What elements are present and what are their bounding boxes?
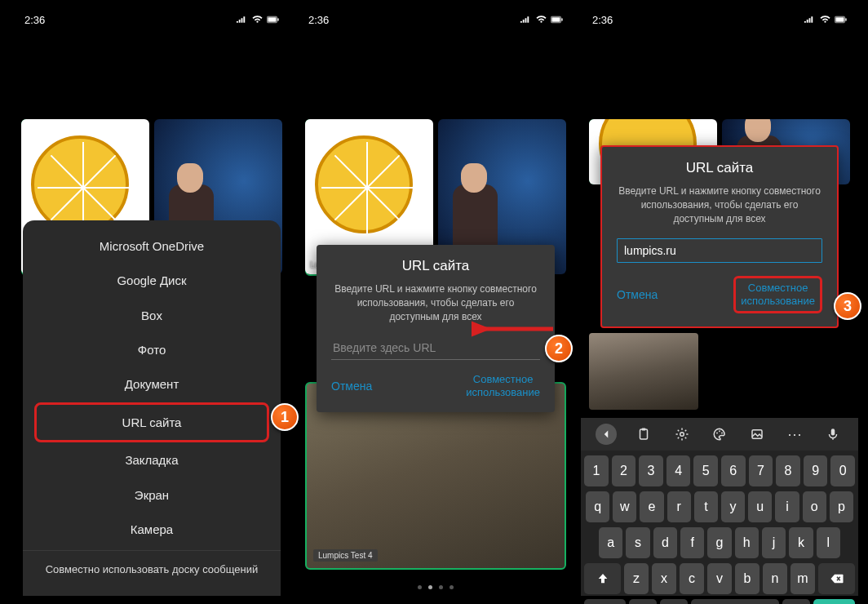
- key-r[interactable]: r: [667, 491, 691, 522]
- svg-rect-1: [268, 17, 276, 21]
- key-i[interactable]: i: [775, 491, 799, 522]
- share-menu-site-url[interactable]: URL сайта: [34, 402, 269, 442]
- key-c[interactable]: c: [680, 563, 704, 594]
- key-7[interactable]: 7: [749, 455, 773, 486]
- space-key[interactable]: QWERTY: [691, 599, 780, 604]
- status-bar: 2:36: [297, 8, 574, 31]
- share-menu-box[interactable]: Box: [23, 298, 281, 332]
- room-thumbnail[interactable]: [589, 333, 698, 410]
- share-menu-photo[interactable]: Фото: [23, 332, 281, 366]
- clipboard-icon[interactable]: [633, 424, 654, 445]
- wifi-icon: [251, 15, 264, 24]
- status-bar: 2:36: [13, 8, 290, 31]
- battery-icon: [267, 15, 279, 24]
- key-9[interactable]: 9: [804, 455, 828, 486]
- phone-2: 2:36 Lumpi: [297, 8, 574, 596]
- period-key[interactable]: .: [782, 599, 810, 604]
- keyboard-row-5: ?123 , QWERTY .: [584, 599, 855, 604]
- svg-rect-9: [845, 18, 846, 20]
- key-8[interactable]: 8: [776, 455, 800, 486]
- settings-icon[interactable]: [671, 424, 693, 445]
- shift-key[interactable]: [584, 563, 621, 594]
- page-indicator: [418, 585, 454, 589]
- key-0[interactable]: 0: [830, 455, 855, 486]
- svg-rect-16: [752, 430, 762, 439]
- share-menu-google-drive[interactable]: Google Диск: [23, 263, 281, 297]
- mic-icon[interactable]: [822, 424, 844, 445]
- key-g[interactable]: g: [707, 527, 731, 558]
- share-button[interactable]: Совместноеиспользование: [733, 276, 822, 313]
- enter-key[interactable]: [813, 599, 855, 604]
- status-icons: [520, 15, 563, 24]
- status-icons: [804, 15, 847, 24]
- key-k[interactable]: k: [789, 527, 813, 558]
- key-y[interactable]: y: [721, 491, 745, 522]
- share-menu-footer: Совместно использовать доску сообщений: [23, 550, 281, 588]
- cellular-icon: [520, 15, 532, 24]
- key-o[interactable]: o: [803, 491, 826, 522]
- key-t[interactable]: t: [694, 491, 718, 522]
- share-menu-bookmark[interactable]: Закладка: [23, 443, 281, 477]
- key-4[interactable]: 4: [666, 455, 691, 486]
- backspace-key[interactable]: [818, 563, 855, 594]
- chevron-left-icon[interactable]: [596, 424, 617, 445]
- svg-point-13: [716, 433, 718, 434]
- svg-rect-10: [640, 429, 648, 439]
- key-m[interactable]: m: [790, 563, 815, 594]
- url-input[interactable]: [331, 336, 540, 360]
- wifi-icon: [819, 15, 831, 24]
- palette-icon[interactable]: [709, 424, 730, 445]
- svg-rect-2: [277, 18, 278, 20]
- key-u[interactable]: u: [748, 491, 772, 522]
- key-j[interactable]: j: [762, 527, 786, 558]
- key-2[interactable]: 2: [612, 455, 636, 486]
- dialog-title: URL сайта: [331, 258, 540, 274]
- key-n[interactable]: n: [763, 563, 787, 594]
- symnum-key[interactable]: ?123: [584, 599, 626, 604]
- key-d[interactable]: d: [653, 527, 677, 558]
- share-button[interactable]: Совместноеиспользование: [466, 373, 540, 398]
- key-v[interactable]: v: [707, 563, 732, 594]
- cellular-icon: [236, 15, 248, 24]
- status-time: 2:36: [592, 14, 613, 26]
- cancel-button[interactable]: Отмена: [331, 380, 372, 393]
- callout-arrow: [472, 318, 556, 340]
- more-icon[interactable]: ⋯: [785, 424, 806, 445]
- key-3[interactable]: 3: [639, 455, 663, 486]
- key-q[interactable]: q: [586, 491, 609, 522]
- svg-rect-4: [551, 17, 560, 21]
- share-menu-document[interactable]: Документ: [23, 367, 281, 402]
- url-input[interactable]: [617, 238, 822, 263]
- status-time: 2:36: [24, 14, 45, 26]
- keyboard-row-4: zxcvbnm: [584, 563, 855, 594]
- key-5[interactable]: 5: [693, 455, 718, 486]
- share-menu-onedrive[interactable]: Microsoft OneDrive: [23, 229, 281, 263]
- globe-key[interactable]: [660, 599, 688, 604]
- keyboard-row-2: qwertyuiop: [584, 491, 855, 522]
- keyboard-toolbar: ⋯: [581, 418, 858, 451]
- key-h[interactable]: h: [735, 527, 759, 558]
- key-1[interactable]: 1: [584, 455, 609, 486]
- callout-badge-3: 3: [834, 292, 861, 320]
- comma-key[interactable]: ,: [629, 599, 657, 604]
- key-z[interactable]: z: [624, 563, 649, 594]
- key-6[interactable]: 6: [721, 455, 746, 486]
- share-menu-sheet: Microsoft OneDrive Google Диск Box Фото …: [23, 220, 281, 596]
- svg-rect-11: [642, 429, 646, 431]
- key-a[interactable]: a: [599, 527, 622, 558]
- key-b[interactable]: b: [735, 563, 760, 594]
- key-e[interactable]: e: [640, 491, 663, 522]
- image-icon[interactable]: [746, 424, 768, 445]
- battery-icon: [551, 15, 563, 24]
- wifi-icon: [535, 15, 547, 24]
- share-menu-screen[interactable]: Экран: [23, 477, 281, 512]
- key-s[interactable]: s: [626, 527, 649, 558]
- key-w[interactable]: w: [613, 491, 636, 522]
- cancel-button[interactable]: Отмена: [617, 288, 658, 301]
- key-l[interactable]: l: [817, 527, 840, 558]
- status-bar: 2:36: [581, 8, 858, 31]
- key-f[interactable]: f: [680, 527, 704, 558]
- key-p[interactable]: p: [830, 491, 853, 522]
- share-menu-camera[interactable]: Камера: [23, 513, 281, 547]
- key-x[interactable]: x: [652, 563, 676, 594]
